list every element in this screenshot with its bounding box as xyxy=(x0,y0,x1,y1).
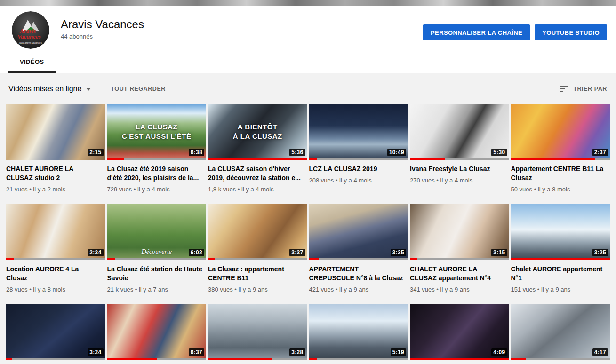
video-card[interactable]: 4:17 xyxy=(511,304,610,364)
video-title[interactable]: CHALET AURORE LA CLUSAZ studio 2 xyxy=(6,165,102,182)
watch-progress-track xyxy=(410,358,509,360)
video-duration-badge: 3:37 xyxy=(289,249,305,256)
video-card[interactable]: 6:37 xyxy=(107,304,207,364)
video-thumbnail[interactable]: 3:37 xyxy=(208,204,307,260)
video-title[interactable]: La Clusaz été 2019 saison d'été 2020, le… xyxy=(107,165,203,182)
video-title[interactable]: La CLUSAZ saison d'hiver 2019, découvrez… xyxy=(208,165,304,182)
video-thumbnail[interactable]: 2:37 xyxy=(511,104,610,160)
video-card[interactable]: A BIENTÔT À LA CLUSAZ 5:36 La CLUSAZ sai… xyxy=(208,104,307,193)
video-card[interactable]: 3:25 Chalet AURORE appartement N°1 151 v… xyxy=(511,204,610,293)
header-buttons: PERSONNALISER LA CHAÎNE YOUTUBE STUDIO xyxy=(423,8,607,40)
watch-progress-fill xyxy=(107,158,124,160)
uploads-dropdown[interactable]: Vidéos mises en ligne xyxy=(8,85,91,93)
video-duration-badge: 2:34 xyxy=(88,249,103,256)
video-thumbnail[interactable]: 3:24 xyxy=(6,304,105,360)
video-duration-badge: 5:36 xyxy=(289,149,305,156)
tab-videos[interactable]: VIDÉOS xyxy=(8,52,56,73)
video-card[interactable]: Découverte 6:02 La Clusaz été station de… xyxy=(107,204,207,293)
video-duration-badge: 3:15 xyxy=(491,249,507,256)
watch-progress-track xyxy=(309,258,408,260)
watch-progress-fill xyxy=(309,158,317,160)
youtube-studio-button[interactable]: YOUTUBE STUDIO xyxy=(535,24,607,40)
video-thumbnail[interactable]: 2:15 xyxy=(6,104,105,160)
video-meta: 421 vues • il y a 9 ans xyxy=(309,286,405,293)
watch-progress-track xyxy=(511,258,610,260)
video-thumbnail[interactable]: 6:37 xyxy=(107,304,207,360)
watch-progress-track xyxy=(107,358,207,360)
watch-progress-fill xyxy=(410,158,445,160)
video-title[interactable]: Appartement CENTRE B11 La Clusaz xyxy=(511,165,607,182)
svg-text:www.aravis-vacances: www.aravis-vacances xyxy=(19,41,42,44)
video-title[interactable]: Location AURORE 4 La Clusaz xyxy=(6,265,102,283)
watch-progress-track xyxy=(309,158,408,160)
video-thumbnail[interactable]: A BIENTÔT À LA CLUSAZ 5:36 xyxy=(208,104,307,160)
sort-icon xyxy=(560,86,568,92)
channel-avatar[interactable]: Aravis Vacances www.aravis-vacances xyxy=(12,11,49,49)
video-thumbnail[interactable]: 10:49 xyxy=(309,104,408,160)
video-card[interactable]: 3:24 xyxy=(6,304,105,364)
video-duration-badge: 5:30 xyxy=(491,149,507,156)
video-thumbnail[interactable]: 3:28 xyxy=(208,304,307,360)
video-card[interactable]: 3:35 APPARTEMENT CREPUSCULE N°8 à la Clu… xyxy=(309,204,408,293)
video-card[interactable]: 2:34 Location AURORE 4 La Clusaz 28 vues… xyxy=(6,204,105,293)
video-card[interactable]: 2:15 CHALET AURORE LA CLUSAZ studio 2 21… xyxy=(6,104,105,193)
video-info: La Clusaz : appartement CENTRE B11 380 v… xyxy=(208,260,307,293)
thumbnail-overlay-text: A BIENTÔT À LA CLUSAZ xyxy=(208,122,307,141)
video-card[interactable]: 5:19 xyxy=(309,304,408,364)
video-title[interactable]: LCZ LA CLUSAZ 2019 xyxy=(309,165,405,174)
video-card[interactable]: 5:30 Ivana Freestyle La Clusaz 270 vues … xyxy=(410,104,509,193)
video-title[interactable]: Ivana Freestyle La Clusaz xyxy=(410,165,505,174)
watch-progress-track xyxy=(410,258,509,260)
video-card[interactable]: 4:09 xyxy=(410,304,509,364)
video-thumbnail[interactable]: 4:09 xyxy=(410,304,509,360)
channel-header: Aravis Vacances www.aravis-vacances Arav… xyxy=(0,6,616,52)
watch-progress-track xyxy=(410,158,509,160)
video-title[interactable]: APPARTEMENT CREPUSCULE N°8 à la Clusaz xyxy=(309,265,405,283)
video-card[interactable]: 2:37 Appartement CENTRE B11 La Clusaz 50… xyxy=(511,104,610,193)
video-info: Chalet AURORE appartement N°1 151 vues •… xyxy=(511,260,610,293)
watch-progress-fill xyxy=(511,158,595,160)
video-thumbnail[interactable]: LA CLUSAZ C'EST AUSSI L'ÉTÉ 6:38 xyxy=(107,104,207,160)
watch-progress-track xyxy=(208,158,307,160)
video-info xyxy=(6,360,105,364)
video-thumbnail[interactable]: 3:35 xyxy=(309,204,408,260)
sort-button[interactable]: TRIER PAR xyxy=(560,86,607,92)
thumbnail-overlay-text: LA CLUSAZ C'EST AUSSI L'ÉTÉ xyxy=(107,122,207,141)
video-card[interactable]: 10:49 LCZ LA CLUSAZ 2019 208 vues • il y… xyxy=(309,104,408,193)
video-thumbnail[interactable]: 3:25 xyxy=(511,204,610,260)
video-duration-badge: 6:38 xyxy=(189,149,204,156)
video-info: La CLUSAZ saison d'hiver 2019, découvrez… xyxy=(208,160,307,193)
video-meta: 21 vues • il y a 2 mois xyxy=(6,186,102,193)
video-info: Ivana Freestyle La Clusaz 270 vues • il … xyxy=(410,160,509,184)
video-meta: 21 k vues • il y a 7 ans xyxy=(107,286,203,293)
video-card[interactable]: 3:28 xyxy=(208,304,307,364)
watch-progress-track xyxy=(6,358,105,360)
video-thumbnail[interactable]: 2:34 xyxy=(6,204,105,260)
video-title[interactable]: Chalet AURORE appartement N°1 xyxy=(511,265,607,283)
watch-progress-track xyxy=(208,258,307,260)
video-duration-badge: 6:37 xyxy=(189,348,204,356)
watch-progress-fill xyxy=(107,258,115,260)
video-duration-badge: 3:35 xyxy=(391,249,406,256)
video-meta: 270 vues • il y a 4 mois xyxy=(410,177,505,184)
customize-channel-button[interactable]: PERSONNALISER LA CHAÎNE xyxy=(423,24,530,40)
video-card[interactable]: LA CLUSAZ C'EST AUSSI L'ÉTÉ 6:38 La Clus… xyxy=(107,104,207,193)
video-info: La Clusaz été 2019 saison d'été 2020, le… xyxy=(107,160,207,193)
video-info: Location AURORE 4 La Clusaz 28 vues • il… xyxy=(6,260,105,293)
video-title[interactable]: La Clusaz été station de Haute Savoie xyxy=(107,265,203,283)
watch-progress-fill xyxy=(107,358,157,360)
watch-progress-track xyxy=(107,258,207,260)
video-info xyxy=(309,360,408,364)
video-thumbnail[interactable]: 3:15 xyxy=(410,204,509,260)
video-thumbnail[interactable]: 4:17 xyxy=(511,304,610,360)
video-card[interactable]: 3:15 CHALET AURORE LA CLUSAZ appartement… xyxy=(410,204,509,293)
video-title[interactable]: CHALET AURORE LA CLUSAZ appartement N°4 xyxy=(410,265,505,283)
video-card[interactable]: 3:37 La Clusaz : appartement CENTRE B11 … xyxy=(208,204,307,293)
play-all-button[interactable]: TOUT REGARDER xyxy=(111,86,166,92)
video-thumbnail[interactable]: 5:19 xyxy=(309,304,408,360)
video-info xyxy=(107,360,207,364)
video-title[interactable]: La Clusaz : appartement CENTRE B11 xyxy=(208,265,304,283)
video-thumbnail[interactable]: Découverte 6:02 xyxy=(107,204,207,260)
video-thumbnail[interactable]: 5:30 xyxy=(410,104,509,160)
watch-progress-fill xyxy=(410,358,509,360)
